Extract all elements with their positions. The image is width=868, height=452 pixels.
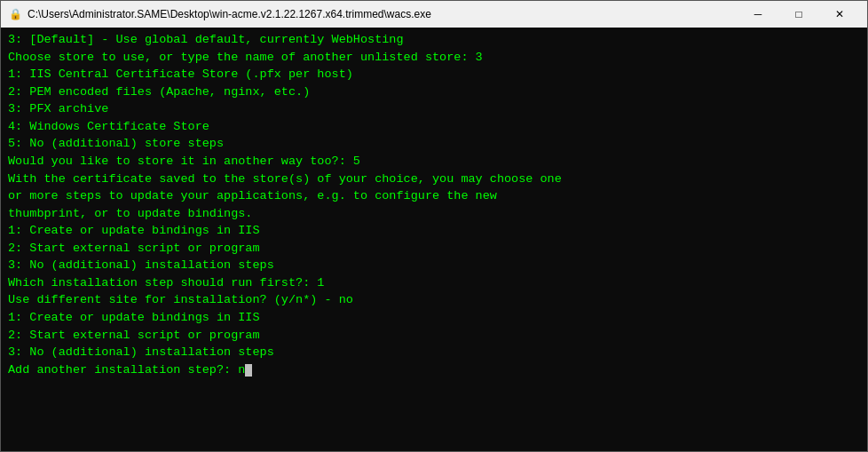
cursor bbox=[245, 364, 252, 377]
terminal-line: Choose store to use, or type the name of… bbox=[8, 49, 860, 67]
terminal-line: 2: Start external script or program bbox=[8, 240, 860, 258]
lock-icon: 🔒 bbox=[8, 7, 22, 21]
terminal-line: With the certificate saved to the store(… bbox=[8, 170, 860, 188]
terminal-line: Which installation step should run first… bbox=[8, 274, 860, 292]
terminal-line: 3: [Default] - Use global default, curre… bbox=[8, 31, 860, 49]
terminal-line: or more steps to update your application… bbox=[8, 187, 860, 205]
terminal-line: thumbprint, or to update bindings. bbox=[8, 205, 860, 223]
terminal: 3: [Default] - Use global default, curre… bbox=[1, 28, 867, 451]
window: 🔒 C:\Users\Administrator.SAME\Desktop\wi… bbox=[0, 0, 868, 452]
terminal-line: Use different site for installation? (y/… bbox=[8, 291, 860, 309]
maximize-button[interactable]: □ bbox=[778, 1, 819, 28]
terminal-line: 3: PFX archive bbox=[8, 100, 860, 118]
terminal-line: 3: No (additional) installation steps bbox=[8, 257, 860, 274]
terminal-line: 3: No (additional) installation steps bbox=[8, 344, 860, 361]
title-bar: 🔒 C:\Users\Administrator.SAME\Desktop\wi… bbox=[1, 1, 867, 28]
terminal-line: 1: Create or update bindings in IIS bbox=[8, 222, 860, 240]
terminal-line: 4: Windows Certificate Store bbox=[8, 118, 860, 136]
terminal-line: 1: IIS Central Certificate Store (.pfx p… bbox=[8, 66, 860, 83]
close-button[interactable]: ✕ bbox=[819, 1, 860, 28]
terminal-line: 2: Start external script or program bbox=[8, 327, 860, 345]
terminal-line: 1: Create or update bindings in IIS bbox=[8, 309, 860, 327]
title-bar-controls: ─ □ ✕ bbox=[738, 1, 860, 28]
terminal-line: 5: No (additional) store steps bbox=[8, 135, 860, 153]
minimize-button[interactable]: ─ bbox=[738, 1, 778, 28]
terminal-line: 2: PEM encoded files (Apache, nginx, etc… bbox=[8, 83, 860, 101]
terminal-line: Would you like to store it in another wa… bbox=[8, 153, 860, 170]
terminal-line: Add another installation step?: n bbox=[8, 361, 860, 379]
title-bar-text: C:\Users\Administrator.SAME\Desktop\win-… bbox=[28, 8, 738, 20]
